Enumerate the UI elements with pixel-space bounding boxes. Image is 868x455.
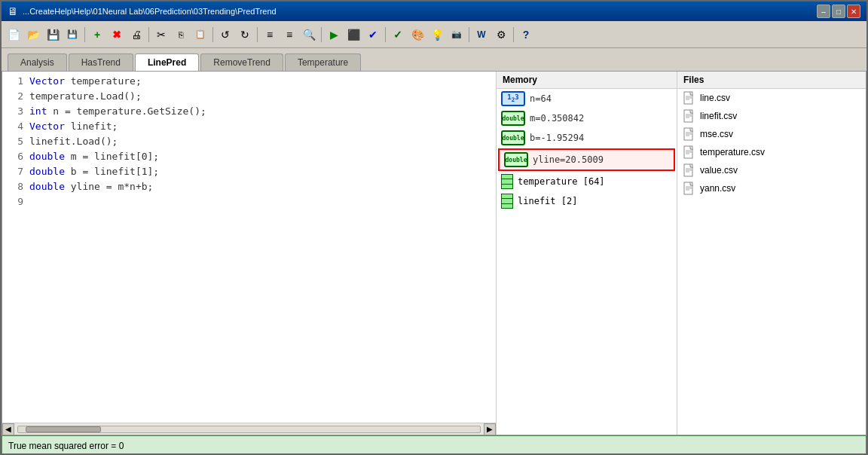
code-area[interactable]: 1 Vector temperature; 2 temperature.Load… [2,72,496,423]
file-name-linefit: linefit.csv [700,111,737,121]
file-icon-value [683,163,695,177]
code-text-7: double b = linefit[1]; [29,166,159,177]
scroll-right-button[interactable]: ▶ [484,423,496,435]
vector-temperature-label: temperature [64] [518,176,605,187]
tb-align-left[interactable]: ≡ [261,26,279,44]
tb-run[interactable]: ▶ [325,26,343,44]
line-num-4: 4 [2,121,29,132]
scroll-left-button[interactable]: ◀ [2,423,14,435]
file-item-linefit: linefit.csv [677,107,866,125]
tb-saveall[interactable]: 💾 [63,26,81,44]
double-badge-m: double [501,111,525,126]
line-num-8: 8 [2,181,29,192]
memory-item-b: double b=-1.95294 [497,128,677,148]
tb-align-right[interactable]: ≡ [280,26,298,44]
file-icon-mse [683,127,695,141]
scroll-track[interactable] [17,426,481,433]
files-panel: Files line.csv [677,72,866,435]
file-name-yann: yann.csv [700,183,735,194]
memory-vector-temperature: temperature [64] [497,172,677,191]
line-num-6: 6 [2,151,29,162]
tb-sep6 [385,27,386,42]
code-line-3: 3 int n = temperature.GetSize(); [2,105,496,120]
tb-light[interactable]: 💡 [428,26,446,44]
file-icon [683,91,695,105]
tb-undo[interactable]: ↺ [216,26,234,44]
right-panels: Memory 123 n=64 double m=0.350842 double [497,72,866,435]
mem-yline-value: yline=20.5009 [533,154,604,165]
mem-m-value: m=0.350842 [530,113,584,124]
memory-item-n: 123 n=64 [497,89,677,108]
line-num-5: 5 [2,136,29,147]
title-bar: 🖥 ...CreateHelp\Help\01Neural Lab\06Pred… [2,2,866,21]
status-bar: True mean squared error = 0 [2,435,866,455]
code-scrollbar[interactable]: ◀ ▶ [2,423,496,435]
tabs-row: Analysis HasTrend LinePred RemoveTrend T… [2,48,866,71]
title-bar-controls: – □ ✕ [817,5,860,18]
code-line-7: 7 double b = linefit[1]; [2,165,496,180]
code-line-4: 4 Vector linefit; [2,120,496,135]
tb-debug[interactable]: ✓ [389,26,407,44]
tb-palette[interactable]: 🎨 [408,26,426,44]
tab-removetrend[interactable]: RemoveTrend [200,53,283,71]
code-line-8: 8 double yline = m*n+b; [2,180,496,195]
tb-sep3 [212,27,213,42]
memory-panel: Memory 123 n=64 double m=0.350842 double [497,72,677,435]
double-badge-b: double [501,130,525,145]
tb-sep4 [257,27,258,42]
code-text-3: int n = temperature.GetSize(); [29,105,206,117]
tb-search[interactable]: 🔍 [300,26,318,44]
line-num-9: 9 [2,196,29,207]
tb-save[interactable]: 💾 [44,26,62,44]
line-num-1: 1 [2,75,29,87]
mem-n-value: n=64 [530,93,552,104]
tb-check[interactable]: ✔ [364,26,382,44]
code-line-9: 9 [2,195,496,210]
tb-help[interactable]: ? [517,26,535,44]
file-name-line: line.csv [700,93,730,103]
memory-item-m: double m=0.350842 [497,108,677,128]
tb-word[interactable]: W [472,26,491,44]
minimize-button[interactable]: – [817,5,830,18]
code-line-1: 1 Vector temperature; [2,75,496,90]
code-panel: 1 Vector temperature; 2 temperature.Load… [2,72,497,435]
tb-stop[interactable]: ⬛ [344,26,362,44]
file-item-temperature: temperature.csv [677,143,866,161]
tb-paste[interactable]: 📋 [191,26,209,44]
window-title: ...CreateHelp\Help\01Neural Lab\06Predic… [23,7,277,16]
vector-icon-temperature [501,174,513,189]
code-text-2: temperature.Load(); [29,90,142,102]
memory-item-yline: double yline=20.5009 [498,148,675,171]
title-bar-left: 🖥 ...CreateHelp\Help\01Neural Lab\06Pred… [8,5,277,17]
code-line-5: 5 linefit.Load(); [2,135,496,150]
tb-sep1 [84,27,85,42]
tb-settings[interactable]: ⚙ [492,26,510,44]
tab-linepred[interactable]: LinePred [135,53,199,71]
code-line-6: 6 double m = linefit[0]; [2,150,496,165]
code-text-1: Vector temperature; [29,75,142,87]
tab-hastrend[interactable]: HasTrend [69,53,133,71]
tb-sep7 [469,27,469,42]
tb-copy[interactable]: ⎘ [172,26,190,44]
close-button[interactable]: ✕ [847,5,860,18]
file-name-value: value.csv [700,165,738,176]
tab-analysis[interactable]: Analysis [8,53,67,71]
code-line-2: 2 temperature.Load(); [2,90,496,105]
tb-sep8 [513,27,514,42]
tb-delete[interactable]: ✖ [108,26,126,44]
code-text-6: double m = linefit[0]; [29,151,159,162]
code-text-5: linefit.Load(); [29,136,118,147]
file-name-temperature: temperature.csv [700,147,765,157]
tb-new[interactable]: 📄 [5,26,23,44]
maximize-button[interactable]: □ [832,5,845,18]
tb-redo[interactable]: ↻ [236,26,254,44]
scroll-thumb[interactable] [26,426,101,432]
tb-sep5 [321,27,322,42]
tb-capture[interactable]: 📷 [448,26,466,44]
line-num-2: 2 [2,90,29,102]
tb-cut[interactable]: ✂ [152,26,170,44]
tab-temperature[interactable]: Temperature [285,53,361,71]
tb-open[interactable]: 📂 [24,26,42,44]
tb-print[interactable]: 🖨 [127,26,145,44]
tb-add[interactable]: + [88,26,106,44]
